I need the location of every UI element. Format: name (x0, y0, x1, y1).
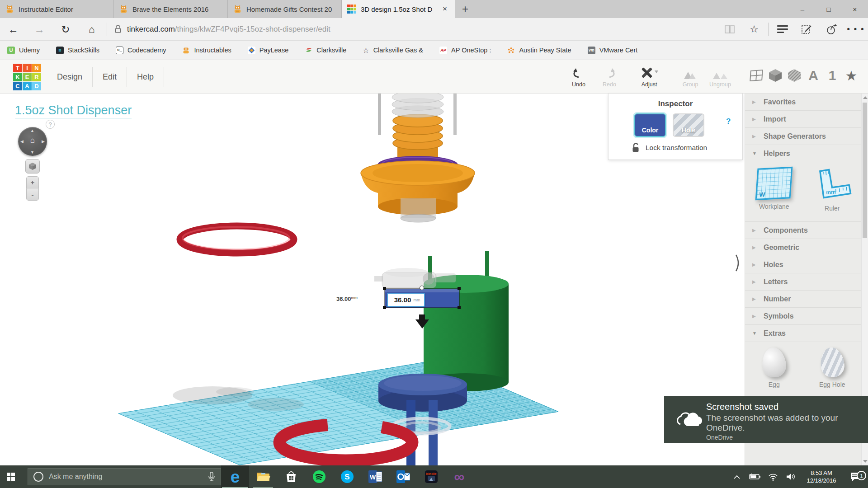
menu-edit[interactable]: Edit (93, 72, 127, 82)
hole-button[interactable]: Hole (673, 113, 704, 137)
bookmark-instructables[interactable]: Instructables (182, 47, 231, 54)
orbit-down-icon[interactable]: ▼ (30, 150, 34, 155)
sidebar-section-favorites[interactable]: ▶Favorites (745, 94, 861, 111)
shape-red-ring[interactable] (180, 226, 294, 253)
web-note-icon[interactable] (795, 23, 819, 35)
bookmark-clarksville[interactable]: Clarksville (305, 47, 346, 54)
shape-threaded-cap[interactable] (361, 94, 475, 222)
tab-instructable-editor[interactable]: Instructable Editor (0, 0, 114, 18)
help-bubble[interactable]: ? (46, 120, 55, 129)
tray-chevron-up-icon[interactable] (728, 475, 746, 479)
ruler-shape[interactable]: mm Ruler (803, 162, 862, 221)
workplane-shape[interactable]: W Workplane (745, 162, 803, 221)
onedrive-toast-notification[interactable]: Screenshot saved The screenshot was adde… (664, 396, 868, 443)
scroll-up-icon[interactable] (863, 96, 868, 99)
sidebar-section-symbols[interactable]: ▶Symbols (745, 308, 861, 325)
more-actions-icon[interactable]: • • • (844, 24, 868, 34)
sidebar-section-shape-generators[interactable]: ▶Shape Generators (745, 128, 861, 145)
reading-view-icon[interactable] (717, 24, 742, 34)
sidebar-section-helpers[interactable]: ▼Helpers (745, 145, 861, 162)
dimension-input[interactable] (392, 296, 414, 304)
taskbar-app-kindle[interactable]: kindle (417, 465, 445, 488)
taskbar-app-word[interactable]: W (361, 465, 389, 488)
cortana-search-box[interactable] (28, 468, 221, 485)
ungroup-button[interactable]: Ungroup (703, 65, 738, 88)
inspector-help[interactable]: ? (726, 117, 731, 126)
url-field[interactable]: tinkercad.com/things/klwZF4Pvqi5-15oz-sh… (127, 25, 330, 34)
bookmark-vmware[interactable]: vmVMware Cert (588, 47, 638, 54)
window-maximize-button[interactable]: □ (816, 0, 842, 18)
share-icon[interactable] (819, 23, 844, 35)
sidebar-section-geometric[interactable]: ▶Geometric (745, 239, 861, 256)
view-cube-button[interactable] (25, 159, 40, 174)
start-button[interactable] (0, 465, 22, 488)
corner-handle[interactable] (458, 287, 461, 290)
color-button[interactable]: Color (634, 113, 666, 137)
group-button[interactable]: Group (674, 65, 707, 88)
solid-box-icon[interactable] (766, 65, 785, 86)
corner-handle[interactable] (458, 306, 461, 309)
redo-button[interactable]: Redo (593, 65, 626, 88)
bookmark-clarksville-gas[interactable]: ☆Clarksville Gas & (363, 46, 423, 55)
zoom-in-button[interactable]: + (26, 176, 39, 188)
taskbar-clock[interactable]: 8:53 AM 12/18/2016 (800, 469, 843, 484)
sidebar-section-extras[interactable]: ▼Extras (745, 325, 861, 342)
design-title[interactable]: 1.5oz Shot Dispenser (15, 103, 132, 118)
sidebar-section-holes[interactable]: ▶Holes (745, 256, 861, 273)
speaker-icon[interactable] (782, 473, 800, 481)
sidebar-section-import[interactable]: ▶Import (745, 111, 861, 128)
corner-handle[interactable] (383, 306, 386, 309)
favorite-star-icon[interactable]: ☆ (742, 23, 766, 35)
home-icon[interactable]: ⌂ (79, 18, 105, 41)
hub-icon[interactable] (770, 23, 795, 35)
scroll-down-icon[interactable] (863, 460, 868, 463)
sidebar-section-number[interactable]: ▶Number (745, 291, 861, 308)
menu-help[interactable]: Help (127, 72, 164, 82)
taskbar-app-outlook[interactable] (389, 465, 417, 488)
bookmark-stackskills[interactable]: ≡StackSkills (56, 47, 99, 54)
taskbar-app-store[interactable] (277, 465, 305, 488)
refresh-icon[interactable]: ↻ (52, 18, 79, 41)
tab-close-icon[interactable]: × (440, 5, 449, 14)
sidebar-section-letters[interactable]: ▶Letters (745, 273, 861, 291)
view-orbit-control[interactable]: ▲ ▼ ◀ ▶ ⌂ (18, 127, 47, 156)
microphone-icon[interactable] (208, 472, 215, 482)
search-input[interactable] (49, 473, 203, 481)
taskbar-app-spotify[interactable] (305, 465, 333, 488)
top-handle[interactable] (420, 286, 424, 290)
window-close-button[interactable]: × (842, 0, 868, 18)
bookmark-udemy[interactable]: UUdemy (7, 47, 40, 54)
tab-brave-the-elements[interactable]: Brave the Elements 2016 (114, 0, 228, 18)
taskbar-app-visual-studio[interactable]: ∞ (445, 465, 473, 488)
number-1-icon[interactable]: 1 (823, 65, 842, 86)
undo-button[interactable]: Undo (562, 65, 595, 88)
taskbar-app-skype[interactable]: S (333, 465, 361, 488)
action-center-button[interactable]: 1 (843, 472, 868, 482)
favorites-star-icon[interactable]: ★ (842, 65, 861, 86)
tab-homemade-gifts[interactable]: Homemade Gifts Contest 20 (228, 0, 342, 18)
egg-hole-shape[interactable]: Egg Hole (803, 342, 862, 392)
letter-a-icon[interactable]: A (804, 65, 823, 86)
dimension-input-box[interactable]: mm (387, 293, 425, 307)
sidebar-collapse-chevron[interactable] (735, 254, 741, 272)
sidebar-section-components[interactable]: ▶Components (745, 222, 861, 239)
egg-shape[interactable]: Egg (745, 342, 803, 392)
orbit-up-icon[interactable]: ▲ (30, 128, 34, 133)
bookmark-codecademy[interactable]: c_Codecademy (116, 47, 166, 54)
tab-3d-design-active[interactable]: 3D design 1.5oz Shot D × (342, 0, 455, 18)
bookmark-austin-peay[interactable]: Austin Peay State (507, 47, 571, 54)
hole-box-icon[interactable] (785, 65, 804, 86)
shape-green-cylinder[interactable] (424, 251, 509, 391)
taskbar-app-file-explorer[interactable] (249, 465, 277, 488)
scrollbar-thumb[interactable] (863, 103, 867, 238)
bookmark-paylease[interactable]: PayLease (248, 47, 289, 54)
view-home-icon[interactable]: ⌂ (18, 136, 47, 145)
lock-transformation-toggle[interactable]: Lock transformation (631, 142, 707, 153)
zoom-out-button[interactable]: - (26, 188, 39, 201)
tinkercad-logo[interactable]: T I N K E R C A D (13, 64, 41, 90)
back-icon[interactable]: ← (0, 18, 26, 41)
wifi-icon[interactable] (764, 473, 782, 481)
adjust-button[interactable]: Adjust (631, 65, 667, 88)
battery-icon[interactable] (746, 474, 764, 480)
corner-handle[interactable] (383, 287, 386, 290)
